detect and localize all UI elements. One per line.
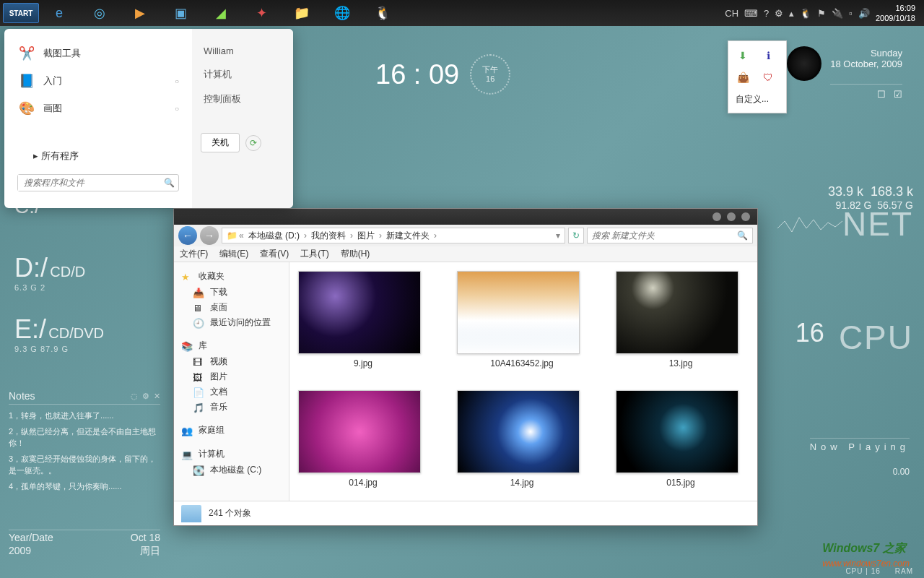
taskbar-clock[interactable]: 16:09 2009/10/18: [876, 3, 915, 24]
download-icon: 📥: [193, 288, 206, 298]
sm-snipping-tool[interactable]: ✂️截图工具: [12, 40, 185, 67]
sm-search-input[interactable]: [18, 175, 160, 191]
notes-add-icon[interactable]: ◌: [131, 392, 138, 401]
document-icon: 📄: [193, 387, 206, 397]
tray-gear-icon[interactable]: ⚙: [775, 8, 783, 19]
taskbar-media-icon[interactable]: ▶: [124, 1, 156, 25]
breadcrumb-seg[interactable]: 我的资料: [308, 230, 349, 242]
sm-all-programs[interactable]: ▸ 所有程序: [12, 144, 185, 168]
sidebar-homegroup[interactable]: 👥家庭组: [177, 422, 286, 439]
file-thumb[interactable]: 10A4163452.jpg: [457, 271, 587, 368]
search-icon[interactable]: 🔍: [160, 175, 178, 191]
volume-icon[interactable]: 🔊: [858, 8, 870, 19]
file-name: 10A4163452.jpg: [457, 358, 587, 368]
taskbar-globe-icon[interactable]: 🌐: [326, 1, 358, 25]
close-button[interactable]: [741, 212, 750, 221]
tray-flag-icon[interactable]: ⚑: [817, 8, 826, 19]
menu-edit[interactable]: 编辑(E): [219, 248, 248, 260]
tray-customize-link[interactable]: 自定义...: [736, 93, 779, 105]
taskbar-folder-icon[interactable]: 📁: [286, 1, 318, 25]
sidebar-drive-c[interactable]: 💽本地磁盘 (C:): [177, 462, 286, 478]
taskbar-green-icon[interactable]: ◢: [205, 1, 237, 25]
tray-info-icon[interactable]: ℹ: [761, 48, 775, 63]
file-name: 13.jpg: [616, 358, 746, 368]
explorer-search[interactable]: 🔍: [587, 228, 753, 243]
explorer-search-input[interactable]: [592, 230, 737, 241]
file-thumb[interactable]: 9.jpg: [298, 271, 428, 368]
file-thumb[interactable]: 14.jpg: [457, 390, 587, 488]
tray-security-icon[interactable]: 🛡: [761, 70, 775, 85]
desktop-clock: 16 : 09 下午16: [375, 54, 510, 95]
menu-file[interactable]: 文件(F): [180, 248, 208, 260]
sidebar-desktop[interactable]: 🖥桌面: [177, 300, 286, 315]
file-name: 14.jpg: [457, 478, 587, 488]
power-icon[interactable]: 🔌: [832, 8, 843, 19]
sidebar-pictures[interactable]: 🖼图片: [177, 369, 286, 384]
taskbar-app-icon[interactable]: ▣: [165, 1, 196, 25]
sm-computer[interactable]: 计算机: [201, 62, 284, 87]
menu-help[interactable]: 帮助(H): [341, 248, 370, 260]
sidebar-favorites[interactable]: ★收藏夹: [177, 268, 286, 285]
back-button[interactable]: ←: [178, 226, 197, 245]
sidebar-recent[interactable]: 🕘最近访问的位置: [177, 315, 286, 330]
lang-indicator[interactable]: CH: [725, 8, 738, 19]
taskbar-maxthon-icon[interactable]: ◎: [84, 1, 116, 25]
shutdown-options-icon[interactable]: ⟳: [245, 135, 261, 151]
help-icon[interactable]: ?: [764, 8, 769, 19]
minimize-button[interactable]: [712, 212, 721, 221]
thumbnail-image: [616, 390, 738, 473]
refresh-button[interactable]: ↻: [568, 228, 584, 243]
taskbar-wings-icon[interactable]: ✦: [245, 1, 277, 25]
file-thumb[interactable]: 014.jpg: [298, 390, 428, 488]
thumbnail-image: [616, 271, 738, 354]
notes-gear-icon[interactable]: ⚙: [142, 392, 149, 401]
net-graph-icon: [777, 214, 842, 236]
sidebar-downloads[interactable]: 📥下载: [177, 285, 286, 300]
yeardate-widget: Year/DateOct 18 2009周日: [9, 530, 160, 558]
sidebar-computer[interactable]: 💻计算机: [177, 446, 286, 462]
sidebar-documents[interactable]: 📄文档: [177, 384, 286, 400]
explorer-sidebar: ★收藏夹 📥下载 🖥桌面 🕘最近访问的位置 📚库 🎞视频 🖼图片 📄文档 🎵音乐…: [174, 262, 289, 501]
breadcrumb-seg[interactable]: 新建文件夹: [383, 230, 432, 242]
sm-getting-started[interactable]: 📘入门○: [12, 67, 185, 95]
taskbar: START e ◎ ▶ ▣ ◢ ✦ 📁 🌐 🐧 CH ⌨ ? ⚙ ▴ 🐧 ⚑ 🔌…: [0, 0, 924, 26]
note-line: 2，纵然已经分离，但还是会不由自主地想你！: [9, 426, 160, 449]
tray-bag-icon[interactable]: 👜: [736, 70, 750, 85]
sm-paint[interactable]: 🎨画图○: [12, 95, 185, 122]
taskbar-ie-icon[interactable]: e: [43, 1, 75, 25]
file-thumb[interactable]: 13.jpg: [616, 271, 746, 368]
sidebar-libraries[interactable]: 📚库: [177, 337, 286, 354]
tray-popup: ⬇ ℹ 👜 🛡 自定义...: [728, 40, 787, 113]
tray-penguin-icon[interactable]: 🐧: [800, 8, 811, 19]
note-line: 4，孤单的琴键，只为你奏响......: [9, 481, 160, 492]
notes-widget: Notes◌⚙✕ 1，转身，也就进入往事了...... 2，纵然已经分离，但还是…: [9, 390, 160, 497]
network-icon[interactable]: ▫: [849, 8, 853, 19]
keyboard-icon[interactable]: ⌨: [744, 8, 758, 19]
taskbar-penguin-icon[interactable]: 🐧: [367, 1, 398, 25]
search-icon[interactable]: 🔍: [737, 230, 748, 241]
maximize-button[interactable]: [727, 212, 736, 221]
menu-view[interactable]: 查看(V): [260, 248, 289, 260]
breadcrumb-seg[interactable]: 图片: [354, 230, 378, 242]
address-bar[interactable]: 📁 « 本地磁盘 (D:)› 我的资料› 图片› 新建文件夹› ▾: [222, 228, 565, 243]
tray-shield-icon[interactable]: ⬇: [736, 48, 750, 63]
system-tray: CH ⌨ ? ⚙ ▴ 🐧 ⚑ 🔌 ▫ 🔊 16:09 2009/10/18: [725, 3, 921, 24]
sidebar-music[interactable]: 🎵音乐: [177, 400, 286, 415]
sm-user[interactable]: William: [201, 40, 284, 62]
star-icon: ★: [181, 272, 194, 282]
drive-e-widget: E:/ CD/DVD 9.3 G 87.9 G: [14, 314, 104, 353]
breadcrumb-seg[interactable]: 本地磁盘 (D:): [245, 230, 302, 242]
notes-close-icon[interactable]: ✕: [154, 392, 160, 401]
forward-button[interactable]: →: [200, 226, 219, 245]
explorer-window: ← → 📁 « 本地磁盘 (D:)› 我的资料› 图片› 新建文件夹› ▾ ↻ …: [173, 208, 758, 526]
menu-tools[interactable]: 工具(T): [300, 248, 328, 260]
sm-control-panel[interactable]: 控制面板: [201, 87, 284, 111]
tray-chevron-up-icon[interactable]: ▴: [789, 8, 794, 19]
start-button[interactable]: START: [3, 3, 39, 23]
titlebar[interactable]: [174, 209, 757, 225]
sm-search-box[interactable]: 🔍: [17, 174, 179, 191]
sidebar-videos[interactable]: 🎞视频: [177, 354, 286, 369]
file-thumb[interactable]: 015.jpg: [616, 390, 746, 488]
shutdown-button[interactable]: 关机: [201, 133, 240, 152]
file-name: 014.jpg: [298, 478, 428, 488]
